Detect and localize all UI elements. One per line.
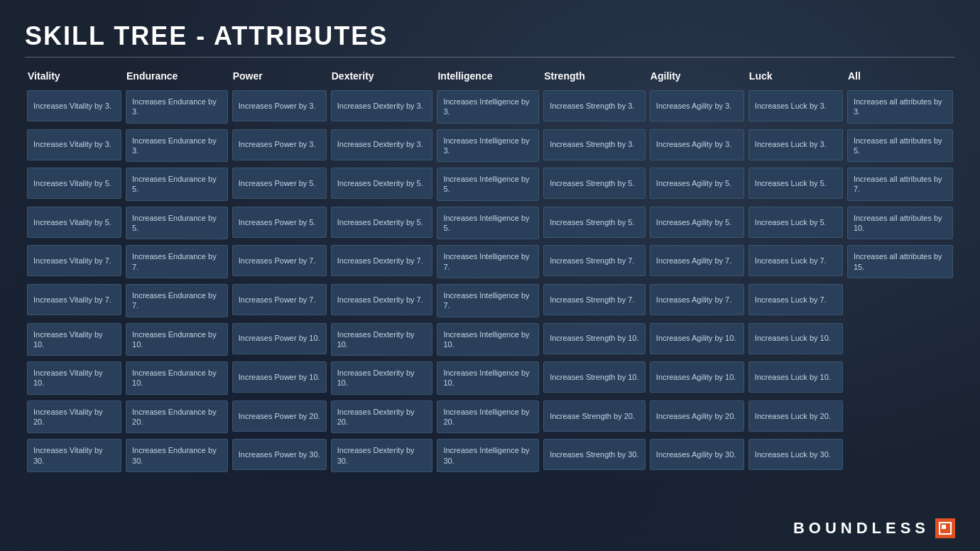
skill-button-vitality-0[interactable]: Increases Vitality by 3. — [27, 90, 121, 121]
skill-button-dexterity-9[interactable]: Increases Dexterity by 30. — [331, 439, 433, 472]
cell-intelligence-8: Increases Intelligence by 20. — [435, 399, 541, 438]
skill-button-agility-5[interactable]: Increases Agility by 7. — [650, 284, 744, 315]
skill-button-agility-2[interactable]: Increases Agility by 5. — [650, 168, 744, 199]
skill-button-endurance-5[interactable]: Increases Endurance by 7. — [126, 284, 228, 317]
skill-button-intelligence-0[interactable]: Increases Intelligence by 3. — [437, 90, 539, 124]
skill-button-intelligence-6[interactable]: Increases Intelligence by 10. — [437, 323, 539, 356]
skill-button-power-2[interactable]: Increases Power by 5. — [232, 168, 327, 199]
skill-button-vitality-9[interactable]: Increases Vitality by 30. — [27, 439, 121, 472]
skill-button-dexterity-6[interactable]: Increases Dexterity by 10. — [331, 323, 433, 356]
skill-button-luck-1[interactable]: Increases Luck by 3. — [748, 129, 843, 160]
skill-button-luck-4[interactable]: Increases Luck by 7. — [748, 245, 843, 276]
table-row: Increases Vitality by 5.Increases Endura… — [25, 205, 955, 244]
skill-button-luck-0[interactable]: Increases Luck by 3. — [748, 90, 843, 121]
skill-button-luck-7[interactable]: Increases Luck by 10. — [748, 361, 843, 393]
skill-button-intelligence-5[interactable]: Increases Intelligence by 7. — [437, 284, 539, 317]
skill-button-all-1[interactable]: Increases all attributes by 5. — [847, 129, 953, 163]
skill-button-agility-4[interactable]: Increases Agility by 7. — [650, 245, 744, 276]
skill-button-intelligence-9[interactable]: Increases Intelligence by 30. — [437, 439, 539, 472]
skill-button-intelligence-3[interactable]: Increases Intelligence by 5. — [437, 207, 539, 240]
skill-button-strength-7[interactable]: Increases Strength by 10. — [543, 361, 646, 393]
skill-button-luck-5[interactable]: Increases Luck by 7. — [748, 284, 843, 315]
skill-button-intelligence-4[interactable]: Increases Intelligence by 7. — [437, 245, 539, 278]
cell-all-7 — [845, 360, 955, 399]
skill-button-vitality-3[interactable]: Increases Vitality by 5. — [27, 207, 121, 238]
skill-button-intelligence-8[interactable]: Increases Intelligence by 20. — [437, 400, 539, 434]
cell-power-6: Increases Power by 10. — [230, 322, 329, 361]
skill-button-strength-2[interactable]: Increases Strength by 5. — [543, 168, 646, 199]
skill-button-intelligence-7[interactable]: Increases Intelligence by 10. — [437, 361, 539, 395]
skill-button-power-9[interactable]: Increases Power by 30. — [232, 439, 327, 470]
table-row: Increases Vitality by 30.Increases Endur… — [25, 437, 955, 476]
skill-button-intelligence-2[interactable]: Increases Intelligence by 5. — [437, 168, 539, 201]
skill-button-endurance-2[interactable]: Increases Endurance by 5. — [126, 168, 228, 201]
skill-button-agility-3[interactable]: Increases Agility by 5. — [650, 207, 744, 238]
skill-button-power-4[interactable]: Increases Power by 7. — [232, 245, 327, 276]
table-row: Increases Vitality by 3.Increases Endura… — [25, 89, 955, 128]
skill-button-vitality-5[interactable]: Increases Vitality by 7. — [27, 284, 121, 315]
skill-button-power-0[interactable]: Increases Power by 3. — [232, 90, 327, 121]
skill-button-agility-8[interactable]: Increases Agility by 20. — [650, 400, 744, 432]
cell-dexterity-3: Increases Dexterity by 5. — [329, 205, 435, 244]
cell-agility-9: Increases Agility by 30. — [648, 437, 746, 476]
skill-button-agility-0[interactable]: Increases Agility by 3. — [650, 90, 744, 121]
skill-button-luck-8[interactable]: Increases Luck by 20. — [748, 400, 843, 432]
skill-button-all-2[interactable]: Increases all attributes by 7. — [847, 168, 953, 201]
skill-button-power-1[interactable]: Increases Power by 3. — [232, 129, 327, 160]
skill-button-dexterity-7[interactable]: Increases Dexterity by 10. — [331, 361, 433, 395]
skill-button-strength-6[interactable]: Increases Strength by 10. — [543, 323, 646, 354]
skill-button-luck-6[interactable]: Increases Luck by 10. — [748, 323, 843, 354]
skill-button-dexterity-1[interactable]: Increases Dexterity by 3. — [331, 129, 433, 160]
skill-button-dexterity-4[interactable]: Increases Dexterity by 7. — [331, 245, 433, 276]
cell-endurance-2: Increases Endurance by 5. — [124, 166, 230, 205]
skill-button-vitality-7[interactable]: Increases Vitality by 10. — [27, 361, 121, 395]
skill-button-all-3[interactable]: Increases all attributes by 10. — [847, 207, 953, 240]
skill-button-strength-4[interactable]: Increases Strength by 7. — [543, 245, 646, 276]
skill-button-power-5[interactable]: Increases Power by 7. — [232, 284, 327, 315]
skill-button-strength-1[interactable]: Increases Strength by 3. — [543, 129, 646, 160]
skill-button-agility-6[interactable]: Increases Agility by 10. — [650, 323, 744, 354]
skill-button-endurance-3[interactable]: Increases Endurance by 5. — [126, 207, 228, 240]
cell-dexterity-4: Increases Dexterity by 7. — [329, 244, 435, 283]
skill-button-strength-3[interactable]: Increases Strength by 5. — [543, 207, 646, 238]
skill-button-all-0[interactable]: Increases all attributes by 3. — [847, 90, 953, 124]
skill-button-strength-5[interactable]: Increases Strength by 7. — [543, 284, 646, 315]
skill-button-all-4[interactable]: Increases all attributes by 15. — [847, 245, 953, 278]
cell-strength-3: Increases Strength by 5. — [541, 205, 648, 244]
skill-button-dexterity-5[interactable]: Increases Dexterity by 7. — [331, 284, 433, 315]
skill-button-power-8[interactable]: Increases Power by 20. — [232, 400, 327, 432]
skill-button-vitality-2[interactable]: Increases Vitality by 5. — [27, 168, 121, 199]
skill-button-endurance-8[interactable]: Increases Endurance by 20. — [126, 400, 228, 434]
cell-power-4: Increases Power by 7. — [230, 244, 329, 283]
skill-button-power-7[interactable]: Increases Power by 10. — [232, 361, 327, 393]
cell-all-1: Increases all attributes by 5. — [845, 128, 955, 167]
cell-strength-5: Increases Strength by 7. — [541, 283, 648, 322]
skill-button-vitality-8[interactable]: Increases Vitality by 20. — [27, 400, 121, 434]
skill-button-agility-9[interactable]: Increases Agility by 30. — [650, 439, 744, 470]
skill-button-dexterity-3[interactable]: Increases Dexterity by 5. — [331, 207, 433, 238]
skill-button-vitality-4[interactable]: Increases Vitality by 7. — [27, 245, 121, 276]
skill-button-dexterity-8[interactable]: Increases Dexterity by 20. — [331, 400, 433, 434]
skill-button-dexterity-2[interactable]: Increases Dexterity by 5. — [331, 168, 433, 199]
skill-button-vitality-1[interactable]: Increases Vitality by 3. — [27, 129, 121, 160]
skill-button-strength-9[interactable]: Increases Strength by 30. — [543, 439, 646, 470]
skill-button-luck-9[interactable]: Increases Luck by 30. — [748, 439, 843, 470]
skill-button-dexterity-0[interactable]: Increases Dexterity by 3. — [331, 90, 433, 121]
skill-button-endurance-0[interactable]: Increases Endurance by 3. — [126, 90, 228, 124]
skill-button-endurance-1[interactable]: Increases Endurance by 3. — [126, 129, 228, 163]
cell-endurance-9: Increases Endurance by 30. — [124, 437, 230, 476]
skill-button-agility-1[interactable]: Increases Agility by 3. — [650, 129, 744, 160]
skill-button-luck-3[interactable]: Increases Luck by 5. — [748, 207, 843, 238]
skill-button-luck-2[interactable]: Increases Luck by 5. — [748, 168, 843, 199]
skill-button-endurance-6[interactable]: Increases Endurance by 10. — [126, 323, 228, 356]
skill-button-intelligence-1[interactable]: Increases Intelligence by 3. — [437, 129, 539, 163]
skill-button-endurance-4[interactable]: Increases Endurance by 7. — [126, 245, 228, 278]
skill-button-endurance-7[interactable]: Increases Endurance by 10. — [126, 361, 228, 395]
skill-button-power-6[interactable]: Increases Power by 10. — [232, 323, 327, 354]
skill-button-agility-7[interactable]: Increases Agility by 10. — [650, 361, 744, 393]
skill-button-strength-0[interactable]: Increases Strength by 3. — [543, 90, 646, 121]
skill-button-endurance-9[interactable]: Increases Endurance by 30. — [126, 439, 228, 472]
skill-button-strength-8[interactable]: Increase Strength by 20. — [543, 400, 646, 432]
skill-button-power-3[interactable]: Increases Power by 5. — [232, 207, 327, 238]
skill-button-vitality-6[interactable]: Increases Vitality by 10. — [27, 323, 121, 356]
